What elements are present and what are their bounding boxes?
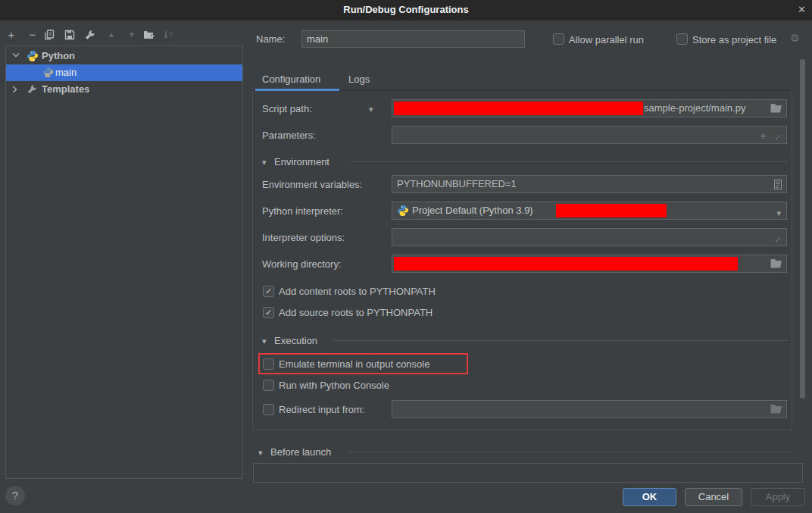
python-interpreter-label: Python interpreter: xyxy=(262,205,343,217)
configurations-tree: Python main Templates xyxy=(5,45,243,479)
tree-item-label: main xyxy=(55,64,77,81)
redirect-input-label: Redirect input from: xyxy=(279,404,364,415)
environment-variables-field[interactable]: PYTHONUNBUFFERED=1 xyxy=(392,175,787,193)
move-up-icon[interactable]: ▲ xyxy=(104,27,119,42)
environment-collapse-icon[interactable]: ▾ xyxy=(262,158,267,167)
content-border-bottom xyxy=(252,430,792,430)
store-as-project-file-label: Store as project file xyxy=(692,34,776,45)
folder-browse-icon[interactable] xyxy=(770,258,782,268)
before-launch-section-line xyxy=(348,452,794,452)
interpreter-dropdown-icon[interactable]: ▾ xyxy=(776,205,781,221)
copy-configuration-icon[interactable] xyxy=(44,27,59,42)
parameters-label: Parameters: xyxy=(262,130,316,141)
tree-item-label: Templates xyxy=(42,81,89,98)
ok-button[interactable]: OK xyxy=(623,488,676,506)
script-path-field[interactable]: sample-project/main.py xyxy=(392,99,787,117)
before-launch-collapse-icon[interactable]: ▾ xyxy=(258,448,263,458)
move-down-icon[interactable]: ▼ xyxy=(124,27,139,42)
interpreter-options-label: Interpreter options: xyxy=(262,232,345,243)
redaction-box xyxy=(394,257,738,271)
execution-section-line xyxy=(333,340,788,341)
environment-section-line xyxy=(350,161,788,162)
run-with-python-console-checkbox[interactable] xyxy=(263,380,274,391)
cancel-button[interactable]: Cancel xyxy=(685,488,742,506)
allow-parallel-run-checkbox[interactable] xyxy=(553,33,564,45)
save-configuration-icon[interactable] xyxy=(64,27,80,42)
close-icon[interactable]: ✕ xyxy=(798,4,806,15)
working-directory-label: Working directory: xyxy=(262,258,342,270)
name-label: Name: xyxy=(256,33,285,45)
expand-field-icon[interactable]: ↔ xyxy=(767,127,786,146)
redirect-input-checkbox[interactable] xyxy=(263,404,274,415)
wrench-icon xyxy=(27,84,37,95)
sort-alphabetically-icon[interactable] xyxy=(163,27,178,42)
redirect-input-field[interactable] xyxy=(392,400,787,418)
insert-macro-icon[interactable]: + xyxy=(760,127,767,144)
environment-variables-label: Environment variables: xyxy=(262,179,362,190)
store-as-project-file-checkbox[interactable] xyxy=(676,33,688,45)
chevron-down-icon[interactable] xyxy=(12,52,20,58)
environment-section-label: Environment xyxy=(274,156,329,167)
dialog-title: Run/Debug Configurations xyxy=(0,4,812,15)
add-content-roots-checkbox[interactable]: ✓ xyxy=(263,286,274,297)
script-path-label: Script path: xyxy=(262,103,312,114)
working-directory-field[interactable] xyxy=(392,255,787,273)
content-border-left xyxy=(252,91,253,430)
new-folder-icon[interactable] xyxy=(143,27,158,42)
add-content-roots-label: Add content roots to PYTHONPATH xyxy=(279,286,436,297)
active-tab-underline xyxy=(255,89,339,91)
tree-item-main-selected[interactable]: main xyxy=(6,64,242,81)
edit-variables-list-icon[interactable] xyxy=(774,180,782,189)
emulate-terminal-label: Emulate terminal in output console xyxy=(279,358,429,370)
remove-configuration-button[interactable]: − xyxy=(25,27,40,42)
tree-item-templates[interactable]: Templates xyxy=(6,81,242,98)
add-configuration-button[interactable]: + xyxy=(4,27,19,42)
redaction-box xyxy=(556,204,667,217)
tab-logs[interactable]: Logs xyxy=(348,74,370,85)
run-with-python-console-label: Run with Python Console xyxy=(279,380,389,391)
execution-collapse-icon[interactable]: ▾ xyxy=(262,336,267,346)
before-launch-section-label: Before launch xyxy=(270,446,331,458)
content-border-right xyxy=(792,91,792,430)
execution-section-label: Execution xyxy=(274,335,317,346)
add-source-roots-checkbox[interactable]: ✓ xyxy=(263,307,274,318)
name-input[interactable] xyxy=(301,30,525,48)
edit-templates-wrench-icon[interactable] xyxy=(84,27,99,42)
dialog-titlebar: Run/Debug Configurations ✕ xyxy=(0,0,812,20)
interpreter-options-field[interactable]: ↔ xyxy=(392,228,787,246)
parameters-field[interactable]: + ↔ xyxy=(392,126,787,144)
check-icon: ✓ xyxy=(265,286,272,296)
before-launch-task-list[interactable] xyxy=(253,463,803,483)
help-button[interactable]: ? xyxy=(5,486,25,505)
emulate-terminal-checkbox[interactable] xyxy=(263,358,274,370)
chevron-right-icon[interactable] xyxy=(12,86,17,93)
gear-icon[interactable]: ⚙ xyxy=(790,32,800,44)
check-icon: ✓ xyxy=(265,308,272,317)
python-interpreter-value: Project Default (Python 3.9) xyxy=(412,202,533,219)
python-interpreter-combobox[interactable]: Project Default (Python 3.9) ▾ xyxy=(392,202,787,220)
tab-configuration[interactable]: Configuration xyxy=(262,74,320,85)
python-icon xyxy=(27,50,39,62)
add-source-roots-label: Add source roots to PYTHONPATH xyxy=(279,307,433,318)
python-icon xyxy=(397,205,409,217)
tree-item-label: Python xyxy=(42,48,75,64)
folder-browse-icon[interactable] xyxy=(770,404,782,414)
run-debug-configurations-dialog: Run/Debug Configurations ✕ + − ▲ ▼ xyxy=(0,0,812,513)
redaction-box xyxy=(394,102,643,115)
expand-field-icon[interactable]: ↔ xyxy=(767,230,786,249)
tree-item-python[interactable]: Python xyxy=(6,48,242,64)
vertical-scrollbar[interactable] xyxy=(800,59,805,399)
script-path-value: sample-project/main.py xyxy=(644,100,745,117)
apply-button[interactable]: Apply xyxy=(751,488,805,506)
environment-variables-value: PYTHONUNBUFFERED=1 xyxy=(397,176,517,192)
python-icon xyxy=(42,67,54,78)
script-path-dropdown-icon[interactable]: ▾ xyxy=(369,105,373,114)
allow-parallel-run-label: Allow parallel run xyxy=(569,34,644,45)
folder-browse-icon[interactable] xyxy=(770,103,782,113)
